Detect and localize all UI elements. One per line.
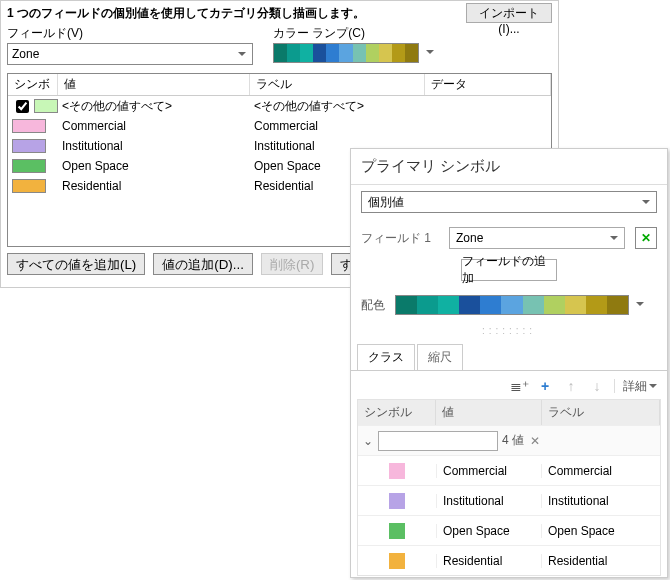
table-row[interactable]: InstitutionalInstitutional — [358, 485, 660, 515]
color-swatch[interactable] — [12, 179, 46, 193]
color-ramp-select[interactable] — [273, 43, 419, 63]
row-label: Commercial — [250, 119, 425, 133]
row-value: Open Space — [436, 524, 542, 538]
color-swatch[interactable] — [12, 119, 46, 133]
field-select[interactable]: Zone — [7, 43, 253, 65]
import-button[interactable]: インポート(I)... — [466, 3, 552, 23]
col2-value[interactable]: 値 — [436, 400, 542, 425]
color-scheme-label: 配色 — [361, 297, 385, 314]
field1-value: Zone — [456, 231, 483, 245]
row-value: Commercial — [58, 119, 250, 133]
color-swatch[interactable] — [389, 493, 405, 509]
field1-select[interactable]: Zone — [449, 227, 625, 249]
clear-group-icon[interactable]: ✕ — [530, 434, 540, 448]
list-icon[interactable]: ≣⁺ — [510, 377, 528, 395]
row-value: Residential — [436, 554, 542, 568]
group-name-input[interactable] — [378, 431, 498, 451]
arrow-up-icon[interactable]: ↑ — [562, 377, 580, 395]
x-icon: ✕ — [641, 231, 651, 245]
table-row[interactable]: ResidentialResidential — [358, 545, 660, 575]
row-value: Institutional — [436, 494, 542, 508]
remove-button: 削除(R) — [261, 253, 324, 275]
table-row[interactable]: CommercialCommercial — [8, 116, 551, 136]
row-value: <その他の値すべて> — [58, 98, 250, 115]
row-value: Commercial — [436, 464, 542, 478]
more-menu[interactable]: 詳細 — [623, 378, 657, 395]
row-label: Institutional — [542, 494, 660, 508]
field-select-value: Zone — [12, 47, 39, 61]
add-field-button[interactable]: フィールドの追加 — [461, 259, 557, 281]
resize-grip-icon[interactable]: :::::::: — [351, 321, 667, 338]
color-swatch[interactable] — [389, 523, 405, 539]
row-label: Residential — [542, 554, 660, 568]
field1-label: フィールド 1 — [361, 230, 439, 247]
tab-classes[interactable]: クラス — [357, 344, 415, 370]
add-icon[interactable]: + — [536, 377, 554, 395]
row-label: Commercial — [542, 464, 660, 478]
add-field-label: フィールドの追加 — [462, 253, 556, 287]
row-label: <その他の値すべて> — [250, 98, 425, 115]
color-swatch[interactable] — [34, 99, 58, 113]
color-swatch[interactable] — [12, 159, 46, 173]
col-value[interactable]: 値 — [58, 74, 250, 95]
col-label[interactable]: ラベル — [250, 74, 425, 95]
row-value: Residential — [58, 179, 250, 193]
col-symbol[interactable]: シンボ — [8, 74, 58, 95]
col-data[interactable]: データ — [425, 74, 551, 95]
arrow-down-icon[interactable]: ↓ — [588, 377, 606, 395]
field-label: フィールド(V) — [7, 25, 253, 42]
row-label: Open Space — [542, 524, 660, 538]
add-all-values-button[interactable]: すべての値を追加(L) — [7, 253, 145, 275]
symbology-type-select[interactable]: 個別値 — [361, 191, 657, 213]
table-row[interactable]: CommercialCommercial — [358, 455, 660, 485]
color-scheme-select[interactable] — [395, 295, 629, 315]
color-swatch[interactable] — [389, 553, 405, 569]
expand-icon[interactable]: ⌄ — [358, 434, 378, 448]
row-checkbox[interactable] — [16, 100, 29, 113]
primary-symbology-panel: プライマリ シンボル 個別値 フィールド 1 Zone ✕ フィールドの追加 配… — [350, 148, 668, 578]
col2-symbol[interactable]: シンボル — [358, 400, 436, 425]
group-count: 4 値 — [502, 432, 524, 449]
classes-table: シンボル 値 ラベル ⌄ 4 値 ✕ CommercialCommercialI… — [357, 399, 661, 576]
add-value-button[interactable]: 値の追加(D)... — [153, 253, 253, 275]
row-value: Institutional — [58, 139, 250, 153]
symbology-type-value: 個別値 — [368, 194, 404, 211]
color-ramp-label: カラー ランプ(C) — [273, 25, 437, 42]
tab-scale[interactable]: 縮尺 — [417, 344, 463, 370]
panel2-title: プライマリ シンボル — [351, 149, 667, 185]
more-label: 詳細 — [623, 378, 647, 395]
table-row[interactable]: Open SpaceOpen Space — [358, 515, 660, 545]
color-swatch[interactable] — [12, 139, 46, 153]
color-swatch[interactable] — [389, 463, 405, 479]
row-value: Open Space — [58, 159, 250, 173]
table-row[interactable]: <その他の値すべて><その他の値すべて> — [8, 96, 551, 116]
remove-field-button[interactable]: ✕ — [635, 227, 657, 249]
panel-description: 1 つのフィールドの個別値を使用してカテゴリ分類し描画します。 — [7, 5, 466, 22]
col2-label[interactable]: ラベル — [542, 400, 660, 425]
group-row: ⌄ 4 値 ✕ — [358, 425, 660, 455]
